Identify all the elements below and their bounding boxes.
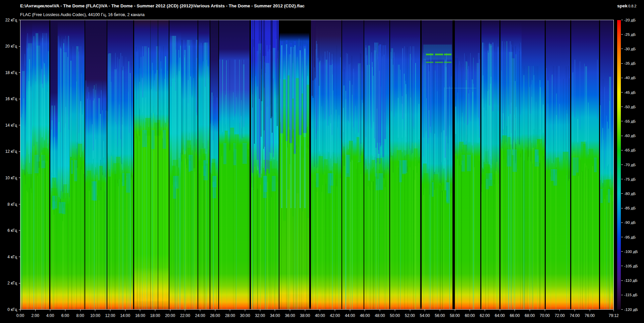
svg-text:-70 дБ: -70 дБ (624, 163, 636, 167)
svg-text:2:00: 2:00 (32, 313, 40, 318)
svg-text:-120 дБ: -120 дБ (624, 308, 638, 312)
svg-text:24:00: 24:00 (195, 313, 205, 318)
svg-text:14:00: 14:00 (120, 313, 130, 318)
svg-text:0 кГц: 0 кГц (7, 307, 17, 312)
svg-text:32:00: 32:00 (255, 313, 265, 318)
svg-text:E:\Антициклон\VA - The Dome (F: E:\Антициклон\VA - The Dome (FLAC)\VA - … (20, 3, 305, 8)
svg-text:-105 дБ: -105 дБ (624, 264, 638, 268)
svg-text:52:00: 52:00 (405, 313, 415, 318)
svg-text:26:00: 26:00 (210, 313, 220, 318)
svg-text:0.8.2: 0.8.2 (628, 4, 636, 8)
svg-text:36:00: 36:00 (285, 313, 295, 318)
svg-text:10:00: 10:00 (90, 313, 100, 318)
svg-text:28:00: 28:00 (225, 313, 235, 318)
svg-text:4 кГц: 4 кГц (7, 255, 17, 259)
svg-text:20:00: 20:00 (165, 313, 175, 318)
svg-text:-50 дБ: -50 дБ (624, 105, 636, 109)
svg-text:22 кГц: 22 кГц (5, 18, 17, 22)
svg-text:-85 дБ: -85 дБ (624, 206, 636, 210)
svg-text:79:12: 79:12 (608, 313, 619, 318)
svg-text:70:00: 70:00 (540, 313, 550, 318)
svg-text:12:00: 12:00 (105, 313, 115, 318)
svg-text:18 кГц: 18 кГц (5, 70, 17, 75)
svg-text:-65 дБ: -65 дБ (624, 148, 636, 152)
svg-text:-35 дБ: -35 дБ (624, 61, 636, 65)
svg-text:38:00: 38:00 (300, 313, 310, 318)
svg-text:68:00: 68:00 (525, 313, 535, 318)
svg-text:-110 дБ: -110 дБ (624, 278, 638, 282)
svg-text:22:00: 22:00 (180, 313, 190, 318)
svg-text:8 кГц: 8 кГц (7, 202, 17, 207)
svg-text:2 кГц: 2 кГц (7, 281, 17, 285)
svg-text:spek: spek (617, 3, 628, 8)
svg-text:-45 дБ: -45 дБ (624, 90, 636, 94)
svg-text:-55 дБ: -55 дБ (624, 119, 636, 123)
svg-text:10 кГц: 10 кГц (5, 176, 17, 180)
svg-text:-95 дБ: -95 дБ (624, 235, 636, 239)
svg-text:6 кГц: 6 кГц (7, 228, 17, 233)
svg-text:54:00: 54:00 (420, 313, 430, 318)
svg-text:48:00: 48:00 (375, 313, 385, 318)
svg-text:40:00: 40:00 (315, 313, 325, 318)
svg-text:34:00: 34:00 (270, 313, 280, 318)
svg-text:18:00: 18:00 (150, 313, 160, 318)
svg-text:42:00: 42:00 (330, 313, 340, 318)
svg-text:66:00: 66:00 (510, 313, 520, 318)
svg-text:60:00: 60:00 (465, 313, 475, 318)
svg-text:-80 дБ: -80 дБ (624, 192, 636, 196)
svg-text:76:00: 76:00 (585, 313, 595, 318)
svg-text:6:00: 6:00 (61, 313, 69, 318)
svg-text:16:00: 16:00 (135, 313, 145, 318)
svg-text:16 кГц: 16 кГц (5, 96, 17, 101)
svg-text:-20 дБ: -20 дБ (624, 18, 636, 22)
svg-text:14 кГц: 14 кГц (5, 123, 17, 128)
svg-text:62:00: 62:00 (480, 313, 490, 318)
svg-text:-40 дБ: -40 дБ (624, 76, 636, 80)
svg-text:-100 дБ: -100 дБ (624, 250, 638, 254)
svg-text:-30 дБ: -30 дБ (624, 47, 636, 51)
svg-text:58:00: 58:00 (450, 313, 460, 318)
svg-text:-90 дБ: -90 дБ (624, 220, 636, 224)
svg-text:8:00: 8:00 (76, 313, 85, 318)
svg-text:64:00: 64:00 (495, 313, 505, 318)
svg-text:-25 дБ: -25 дБ (624, 33, 636, 37)
svg-text:-115 дБ: -115 дБ (624, 293, 638, 297)
svg-text:44:00: 44:00 (345, 313, 355, 318)
svg-text:46:00: 46:00 (360, 313, 370, 318)
svg-text:12 кГц: 12 кГц (5, 149, 17, 154)
svg-text:74:00: 74:00 (570, 313, 580, 318)
svg-text:50:00: 50:00 (390, 313, 400, 318)
svg-text:0:00: 0:00 (16, 313, 24, 318)
svg-text:20 кГц: 20 кГц (5, 44, 17, 49)
svg-text:-60 дБ: -60 дБ (624, 134, 636, 138)
svg-text:56:00: 56:00 (435, 313, 445, 318)
svg-text:30:00: 30:00 (240, 313, 250, 318)
svg-text:-75 дБ: -75 дБ (624, 177, 636, 181)
svg-text:4:00: 4:00 (46, 313, 54, 318)
svg-text:FLAC (Free Lossless Audio Code: FLAC (Free Lossless Audio Codec), 44100 … (20, 12, 145, 17)
svg-text:72:00: 72:00 (555, 313, 565, 318)
